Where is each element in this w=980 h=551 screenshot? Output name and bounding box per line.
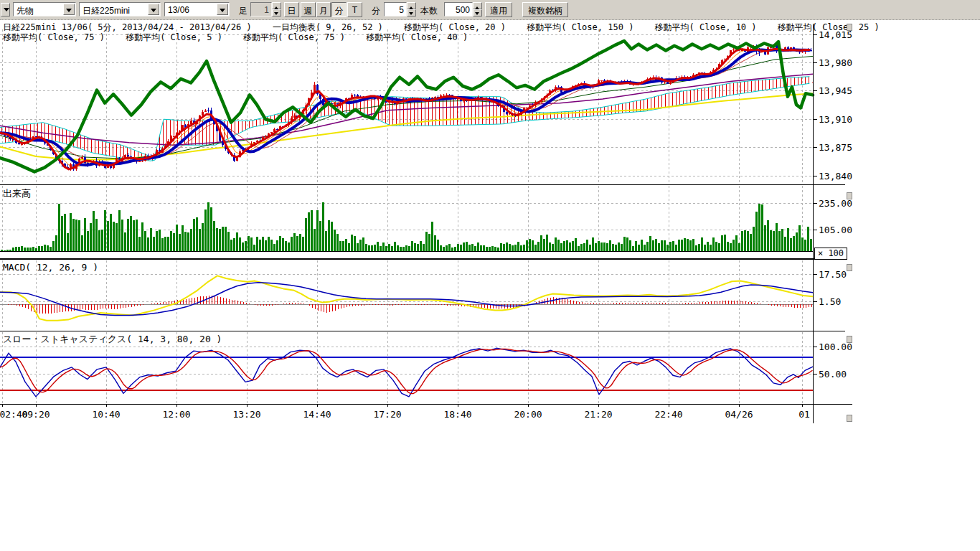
ashi-label: 足 — [239, 5, 248, 17]
time-axis-label: 10:40 — [92, 409, 120, 420]
spinner-down-icon[interactable] — [272, 9, 281, 17]
time-axis-label: 12:00 — [162, 409, 190, 420]
volume-multiplier-badge: × 100 — [814, 248, 847, 260]
spinner-up-icon[interactable] — [272, 2, 281, 9]
minute-label: 分 — [372, 5, 380, 17]
period-tick-button[interactable]: T — [347, 2, 362, 17]
dropdown-arrow-icon[interactable] — [148, 4, 159, 15]
period-minute-button[interactable]: 分 — [331, 2, 347, 17]
price-axis-label: 13,980 — [819, 57, 852, 68]
pane-scroll-handle[interactable] — [847, 264, 852, 271]
volume-pane-label: 出来高 — [3, 187, 31, 200]
stoch-axis-label: 100.00 — [819, 342, 852, 352]
multi-symbol-button[interactable]: 複数銘柄 — [522, 2, 568, 17]
pane-scroll-handle[interactable] — [847, 336, 852, 343]
bar-count-field[interactable]: 500 — [444, 2, 473, 17]
chart-title: 日経225mini 13/06( 5分, 2013/04/24 - 2013/0… — [3, 22, 252, 32]
ashi-spinner[interactable] — [272, 2, 281, 17]
period-week-button[interactable]: 週 — [301, 2, 316, 17]
period-day-button[interactable]: 日 — [284, 2, 299, 17]
period-month-button[interactable]: 月 — [316, 2, 331, 17]
time-axis-label: 22:40 — [654, 409, 682, 420]
time-axis-label: 20:00 — [514, 409, 542, 420]
instrument-type-value: 先物 — [17, 5, 34, 17]
bar-count-label: 本数 — [420, 5, 438, 17]
minute-spinner[interactable] — [407, 2, 416, 17]
app-window: 先物 日経225mini 13/06 足 1 日 週 月 分 T 分 5 本数 … — [0, 0, 980, 551]
time-axis-label: 17:20 — [373, 409, 401, 420]
pane-scroll-handle[interactable] — [847, 415, 852, 422]
time-axis-label: 01 — [798, 409, 810, 420]
stoch-pane-label: スロー・ストキャスティクス( 14, 3, 80, 20 ) — [3, 333, 222, 346]
indicator-label: 一目均衡表( 9, 26, 52 ) — [273, 22, 383, 32]
clipped-combo-arrow-icon[interactable] — [1, 3, 10, 17]
symbol-value: 日経225mini — [83, 5, 130, 17]
bar-count-spinner[interactable] — [473, 2, 482, 17]
time-axis-label: 14:40 — [303, 409, 331, 420]
indicator-label: 移動平均( Close, 75 ) — [243, 32, 345, 42]
chart-header-line2: 移動平均( Close, 75 ) 移動平均( Close, 5 ) 移動平均(… — [3, 32, 484, 44]
indicator-label: 移動平均( Close, 10 ) — [655, 22, 757, 32]
macd-pane-label: MACD( 12, 26, 9 ) — [3, 262, 98, 273]
instrument-type-combo[interactable]: 先物 — [13, 2, 76, 17]
price-axis-label: 14,015 — [819, 29, 852, 40]
toolbar: 先物 日経225mini 13/06 足 1 日 週 月 分 T 分 5 本数 … — [0, 0, 980, 20]
pane-scroll-handle[interactable] — [847, 24, 852, 31]
ashi-count-field[interactable]: 1 — [250, 2, 272, 17]
indicator-label: 移動平均( Close, 40 ) — [366, 32, 468, 42]
contract-month-value: 13/06 — [168, 5, 189, 15]
time-axis-label: 21:20 — [584, 409, 612, 420]
spinner-down-icon[interactable] — [407, 9, 416, 17]
symbol-combo[interactable]: 日経225mini — [79, 2, 161, 17]
indicator-label: 移動平均( Close, 5 ) — [126, 32, 222, 42]
price-axis-label: 13,875 — [819, 142, 852, 153]
indicator-label: 移動平均( Close, 150 ) — [527, 22, 633, 32]
macd-axis-label: 17.50 — [819, 269, 847, 280]
contract-month-combo[interactable]: 13/06 — [164, 2, 230, 17]
indicator-label: 移動平均( Close, 75 ) — [3, 32, 105, 42]
spinner-down-icon[interactable] — [473, 9, 482, 17]
time-axis-label: 09:20 — [22, 409, 50, 420]
dropdown-arrow-icon[interactable] — [63, 4, 75, 15]
price-axis-label: 13,840 — [819, 171, 852, 182]
time-axis-label: 18:40 — [443, 409, 471, 420]
volume-axis-label: 105.00 — [819, 225, 852, 235]
dropdown-arrow-icon[interactable] — [217, 4, 228, 15]
apply-button[interactable]: 適用 — [485, 2, 512, 17]
price-axis-label: 13,910 — [819, 114, 852, 125]
volume-axis-label: 235.00 — [819, 198, 852, 209]
indicator-label: 移動平均( Close, 20 ) — [404, 22, 506, 32]
stoch-axis-label: 50.00 — [819, 369, 847, 380]
spinner-up-icon[interactable] — [473, 2, 482, 9]
time-axis-label: 04/26 — [725, 409, 753, 420]
macd-axis-label: 1.50 — [819, 296, 841, 307]
time-axis-label: 13:20 — [232, 409, 260, 420]
spinner-up-icon[interactable] — [407, 2, 416, 9]
pane-scroll-handle[interactable] — [847, 192, 852, 199]
price-axis-label: 13,945 — [819, 85, 852, 96]
minute-interval-field[interactable]: 5 — [384, 2, 407, 17]
